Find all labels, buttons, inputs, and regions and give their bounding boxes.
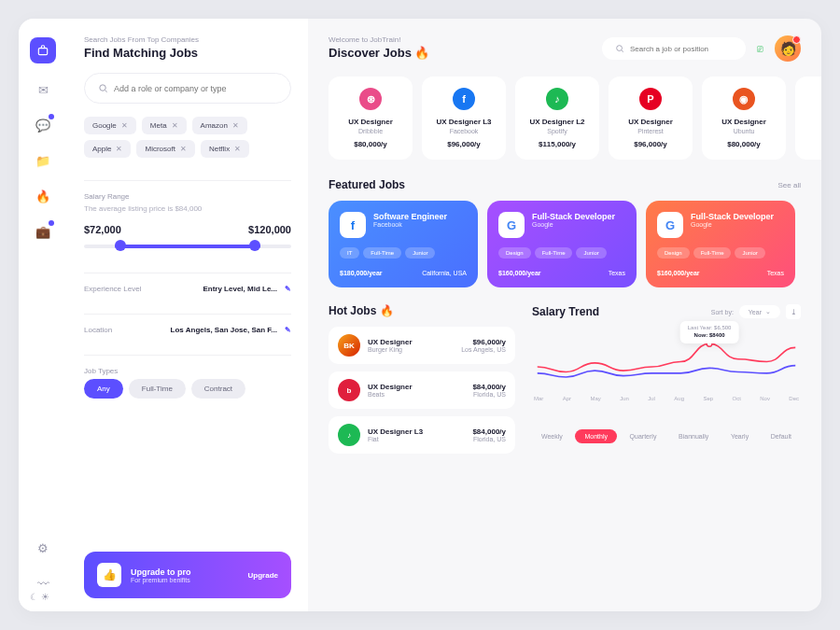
- month-label: Jul: [648, 396, 655, 401]
- adjust-icon[interactable]: ⎚: [757, 44, 763, 54]
- month-label: Aug: [674, 396, 684, 401]
- company-name: Fiat: [368, 436, 465, 442]
- month-label: Jun: [620, 396, 629, 401]
- salary-chart: Last Year: $6,500 Now: $8400 MarAprMayJu…: [532, 327, 801, 420]
- close-icon[interactable]: ✕: [180, 145, 187, 153]
- panel-title: Find Matching Jobs: [84, 46, 291, 60]
- company-card[interactable]: f UX Designer L3 Facebook $96,000/y: [422, 77, 506, 160]
- job-salary: $96,000/y: [618, 140, 683, 148]
- close-icon[interactable]: ✕: [121, 121, 128, 130]
- company-tags: Google ✕Meta ✕Amazon ✕Apple ✕Microsoft ✕…: [84, 117, 291, 158]
- filter-tag[interactable]: Amazon ✕: [192, 117, 247, 134]
- search-icon: [98, 83, 108, 93]
- job-tag: Full-Time: [363, 247, 401, 259]
- company-card[interactable]: ♪ UX Designer L2 Spotify $115,000/y: [515, 77, 599, 160]
- chat-icon[interactable]: 💬: [34, 116, 52, 134]
- trending-icon[interactable]: 🔥: [34, 187, 52, 205]
- filter-tag[interactable]: Meta ✕: [142, 117, 187, 134]
- main-search-input[interactable]: [630, 45, 733, 53]
- period-option[interactable]: Monthly: [575, 429, 617, 443]
- download-button[interactable]: ⤓: [786, 304, 801, 319]
- job-role: UX Designer: [618, 118, 683, 126]
- period-option[interactable]: Default: [762, 429, 801, 443]
- upgrade-button[interactable]: Upgrade: [248, 571, 278, 580]
- period-option[interactable]: Weekly: [532, 429, 572, 443]
- settings-icon[interactable]: ⚙: [34, 539, 52, 557]
- salary-max: $120,000: [248, 224, 291, 235]
- upgrade-card[interactable]: 👍 Upgrade to pro For premium benifits Up…: [84, 552, 291, 598]
- main-search[interactable]: [602, 37, 746, 60]
- filter-search[interactable]: [84, 73, 291, 104]
- inbox-icon[interactable]: ✉: [34, 80, 52, 99]
- filter-tag[interactable]: Google ✕: [84, 117, 136, 134]
- app-logo: [30, 37, 56, 63]
- activity-icon[interactable]: 〰: [34, 574, 52, 593]
- job-type-chip[interactable]: Contract: [191, 379, 245, 399]
- close-icon[interactable]: ✕: [172, 121, 178, 130]
- period-option[interactable]: Biannually: [669, 429, 718, 443]
- job-tag: Full-Time: [693, 247, 732, 259]
- filter-tag[interactable]: Apple ✕: [84, 140, 131, 158]
- job-salary: $160,000/year: [657, 270, 700, 276]
- slider-thumb-min[interactable]: [115, 240, 126, 251]
- company-logo: ♪: [546, 88, 568, 110]
- featured-card[interactable]: f Software EngineerFacebook ITFull-TimeJ…: [329, 201, 478, 287]
- hot-job-item[interactable]: ♪ UX Designer L3Fiat $84,000/yFlorida, U…: [329, 416, 515, 454]
- filter-panel: Search Jobs From Top Companies Find Matc…: [67, 19, 308, 611]
- page-title: Discover Jobs 🔥: [329, 46, 430, 60]
- featured-card[interactable]: G Full-Stack DeveloperGoogle DesignFull-…: [646, 201, 795, 287]
- filter-tag[interactable]: Netflix ✕: [201, 140, 249, 158]
- sort-dropdown[interactable]: Year⌄: [739, 305, 780, 318]
- company-card[interactable]: • UX: [795, 77, 821, 160]
- hot-title: Hot Jobs 🔥: [329, 304, 515, 317]
- job-salary: $96,000/y: [431, 140, 497, 148]
- job-salary: $160,000/year: [498, 270, 541, 276]
- upgrade-title: Upgrade to pro: [131, 567, 191, 577]
- job-tag: Full-Time: [535, 247, 573, 259]
- loc-value[interactable]: Los Angels, San Jose, San F...✎: [171, 326, 291, 334]
- briefcase-icon[interactable]: 💼: [34, 222, 52, 241]
- company-logo: P: [639, 88, 662, 110]
- close-icon[interactable]: ✕: [116, 145, 122, 153]
- hot-job-item[interactable]: b UX DesignerBeats $84,000/yFlorida, US: [329, 371, 515, 409]
- featured-card[interactable]: G Full-Stack DeveloperGoogle DesignFull-…: [487, 201, 637, 287]
- company-name: Dribbble: [338, 128, 403, 134]
- exp-value[interactable]: Entry Level, Mid Le...✎: [203, 285, 291, 293]
- filter-search-input[interactable]: [114, 84, 277, 93]
- period-option[interactable]: Quarterly: [621, 429, 666, 443]
- company-name: Beats: [368, 391, 465, 398]
- salary-label: Salary Range: [84, 192, 291, 201]
- close-icon[interactable]: ✕: [234, 145, 241, 153]
- salary-slider[interactable]: [84, 245, 291, 248]
- avatar[interactable]: 🧑: [775, 35, 801, 62]
- close-icon[interactable]: ✕: [232, 121, 239, 130]
- period-option[interactable]: Yearly: [721, 429, 758, 443]
- slider-thumb-max[interactable]: [249, 240, 260, 251]
- job-salary: $80,000/y: [711, 140, 777, 148]
- chart-tooltip: Last Year: $6,500 Now: $8400: [680, 321, 739, 343]
- loc-label: Location: [84, 326, 112, 334]
- company-card[interactable]: ⊛ UX Designer Dribbble $80,000/y: [329, 77, 413, 160]
- job-salary: $84,000/y: [472, 383, 506, 391]
- panel-subtitle: Search Jobs From Top Companies: [84, 35, 291, 44]
- company-card[interactable]: P UX Designer Pinterest $96,000/y: [609, 77, 693, 160]
- job-type-chip[interactable]: Any: [84, 379, 123, 399]
- job-type-chips: AnyFull-TimeContract: [84, 379, 291, 399]
- company-name: Google: [691, 221, 774, 228]
- exp-label: Experience Level: [84, 285, 141, 293]
- company-logo: ♪: [338, 424, 360, 446]
- job-type-chip[interactable]: Full-Time: [129, 379, 186, 399]
- company-logo: ⊛: [359, 88, 382, 110]
- app-shell: ✉ 💬 📁 🔥 💼 ⚙ 〰 ☾ ☀ Search Jobs From Top C…: [19, 19, 821, 611]
- hot-job-item[interactable]: BK UX DesignerBurger King $96,000/yLos A…: [329, 327, 515, 364]
- company-card[interactable]: ◉ UX Designer Ubuntu $80,000/y: [702, 77, 786, 160]
- theme-toggle[interactable]: ☾ ☀: [30, 592, 49, 602]
- month-label: May: [590, 396, 600, 401]
- edit-icon[interactable]: ✎: [285, 326, 291, 334]
- see-all-link[interactable]: See all: [778, 181, 801, 189]
- month-label: Oct: [733, 396, 741, 401]
- filter-tag[interactable]: Microsoft ✕: [136, 140, 194, 158]
- folder-icon[interactable]: 📁: [34, 151, 52, 170]
- month-label: Dec: [789, 396, 799, 401]
- edit-icon[interactable]: ✎: [285, 285, 291, 293]
